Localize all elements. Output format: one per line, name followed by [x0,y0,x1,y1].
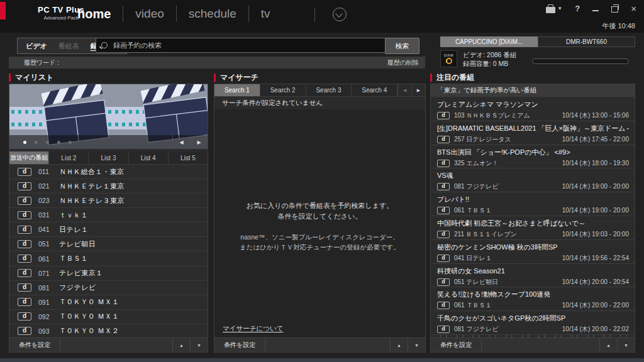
info-line: nasne™、ソニー製ブルーレイディスクレコーダー、 [214,232,425,242]
program-time: 10/14 (木) 13:00 - 15:06 [562,111,629,120]
featured-set-conditions-button[interactable]: 条件を設定 [431,338,482,352]
program-row[interactable]: プレミアムシネマ マラソンマン d 103 ＮＨＫＢＳプレミアム 10/14 (… [431,97,635,121]
about-mysearch-link[interactable]: マイサーチについて [223,324,283,333]
mylist-tab[interactable]: 放送中の番組 [9,151,49,164]
mysearch-tabs: Search 1 Search 2 Search 3 Search 4 ◀ ▶ [214,84,425,97]
mysearch-set-conditions-button[interactable]: 条件を設定 [214,338,265,352]
terrestrial-digital-icon: d [18,327,31,335]
tabs-next-button[interactable]: ▶ [411,84,425,96]
program-time: 10/14 (木) 17:45 - 22:00 [562,135,629,144]
terrestrial-digital-icon: d [437,302,450,309]
program-time: 10/14 (木) 20:00 - 20:54 [562,278,629,287]
program-row[interactable]: [生]DRAMATIC BASEBALL2021 「巨人×阪神」～東京ドーム～ … [431,121,635,145]
search-scope-tab[interactable]: 番組表 [53,41,85,51]
mysearch-tab[interactable]: Search 3 [306,84,352,96]
mysearch-footer: 条件を設定 ▲ ▼ [214,337,425,352]
mylist-tab[interactable]: List 4 [129,151,169,164]
program-time: 10/14 (木) 19:03 - 20:00 [562,230,629,239]
program-row[interactable]: 秘密のケンミンSHOW極 秋の3時間SP d 041 日テレ１ 10/14 (木… [431,240,635,264]
channel-row[interactable]: d 093 ＴＯＫＹＯ ＭＸ２ [9,324,208,338]
tabs-prev-button[interactable]: ◀ [397,84,411,96]
channel-row[interactable]: d 041 日テレ１ [9,222,208,237]
channel-row[interactable]: d 031 ｔｖｋ１ [9,208,208,222]
carousel-prev-button[interactable]: ◀ [172,135,190,149]
program-title: [生]DRAMATIC BASEBALL2021 「巨人×阪神」～東京ドーム～ [437,124,629,133]
mysearch-empty-area: お気に入りの条件で番組表を予約検索します。条件を設定してください。 nasne™… [214,109,425,338]
channel-row[interactable]: d 051 テレビ朝日 [9,237,208,251]
mylist-tab[interactable]: List 5 [169,151,208,164]
program-channel: 061 ＴＢＳ１ [454,301,491,310]
carousel-dot[interactable] [69,141,72,144]
channel-number: 061 [38,255,52,263]
scroll-down-button[interactable]: ▼ [408,338,425,352]
carousel-dots [23,135,172,149]
main-nav: home video schedule tv [65,0,282,28]
scroll-up-button[interactable]: ▲ [390,338,408,352]
channel-name: 日テレ１ [59,225,89,234]
program-time: 10/14 (木) 19:00 - 20:00 [562,182,629,191]
channel-row[interactable]: d 071 テレビ東京１ [9,266,208,281]
mylist-tab[interactable]: List 2 [49,151,89,164]
carousel-dot[interactable] [46,141,49,144]
program-row[interactable]: 科捜研の女 Season21 d 051 テレビ朝日 10/14 (木) 20:… [431,264,635,288]
mylist-carousel[interactable]: ◀ ▶ [9,84,208,149]
nav-tab[interactable]: tv [248,6,282,22]
tools-menu-button[interactable]: ▼ [546,4,562,13]
channel-row[interactable]: d 091 ＴＯＫＹＯ ＭＸ１ [9,295,208,310]
nav-tab[interactable]: video [123,6,175,22]
channel-name: ｔｖｋ１ [59,211,88,220]
carousel-dot[interactable] [23,141,26,144]
channel-number: 092 [38,313,52,321]
program-row[interactable]: VS魂 d 081 フジテレビ 10/14 (木) 19:00 - 20:00 [431,168,635,192]
carousel-dot[interactable] [57,141,60,144]
terrestrial-digital-icon: d [18,312,31,321]
red-accent-icon [9,74,11,82]
carousel-dot[interactable] [35,141,38,144]
device-tab[interactable]: DMR-BWT660 [538,36,635,47]
channel-row[interactable]: d 021 ＮＨＫＥテレ１東京 [9,179,208,194]
restore-button[interactable] [611,6,618,13]
history-bar: 履歴ワード : 履歴の削除 [9,57,425,69]
program-title: プレバト!! [437,195,629,204]
program-channel: 325 エムオン！ [454,159,498,168]
channel-row[interactable]: d 081 フジテレビ [9,281,208,295]
channel-row[interactable]: d 011 ＮＨＫ総合１・東京 [9,165,208,179]
program-row[interactable]: BTS出演回 「ショー!K-POPの中心」 <#9> d 325 エムオン！ 1… [431,145,635,169]
channel-row[interactable]: d 023 ＮＨＫＥテレ３東京 [9,194,208,208]
program-row[interactable]: 笑える!泣ける!動物スクープ100連発 d 061 ＴＢＳ１ 10/14 (木)… [431,287,635,311]
nav-tab[interactable]: home [65,6,123,23]
scroll-up-button[interactable]: ▲ [172,338,190,352]
scroll-up-button[interactable]: ▲ [599,338,617,352]
featured-footer: 条件を設定 ▲ ▼ [431,337,635,352]
search-scope-tab[interactable]: ビデオ [20,41,53,51]
program-row[interactable]: プレバト!! d 061 ＴＢＳ１ 10/14 (木) 19:00 - 20:0… [431,192,635,216]
search-input[interactable] [112,41,388,50]
program-title: VS魂 [437,171,629,180]
mylist-tabs: 放送中の番組 List 2 List 3 List 4 List 5 [9,151,208,165]
mysearch-tab[interactable]: Search 2 [260,84,306,96]
program-row[interactable]: 千鳥のクセがスゴいネタGP秋の2時間SP d 081 フジテレビ 10/14 (… [431,311,635,335]
search-button[interactable]: 検索 [385,38,419,54]
device-tab[interactable]: CAPPUCCINO [DiXiM... [440,36,538,47]
minimize-button[interactable] [592,10,599,11]
carousel-controls: ◀ ▶ [9,135,208,149]
program-title: 中国時代劇 初恋王宮～お妃さまと呼ばないで～ [437,219,629,228]
mysearch-tab[interactable]: Search 4 [352,84,397,96]
channel-name: ＮＨＫＥテレ１東京 [59,182,125,191]
scroll-down-button[interactable]: ▼ [190,338,208,352]
nav-tab[interactable]: schedule [176,6,248,22]
history-clear-button[interactable]: 履歴の削除 [387,58,419,67]
mysearch-tab[interactable]: Search 1 [214,84,260,96]
terrestrial-digital-icon: d [18,240,31,248]
nav-more-dropdown[interactable] [314,8,347,21]
mylist-set-conditions-button[interactable]: 条件を設定 [9,338,60,352]
channel-name: ＴＯＫＹＯ ＭＸ１ [59,312,119,321]
carousel-next-button[interactable]: ▶ [190,135,208,149]
close-button[interactable]: × [631,5,636,13]
mylist-tab[interactable]: List 3 [89,151,128,164]
channel-row[interactable]: d 061 ＴＢＳ１ [9,251,208,266]
help-button[interactable]: ? [575,4,580,13]
program-row[interactable]: 中国時代劇 初恋王宮～お妃さまと呼ばないで～ d 211 ＢＳ１１イレブン 10… [431,216,635,240]
channel-row[interactable]: d 092 ＴＯＫＹＯ ＭＸ１ [9,310,208,324]
scroll-down-button[interactable]: ▼ [617,338,635,352]
